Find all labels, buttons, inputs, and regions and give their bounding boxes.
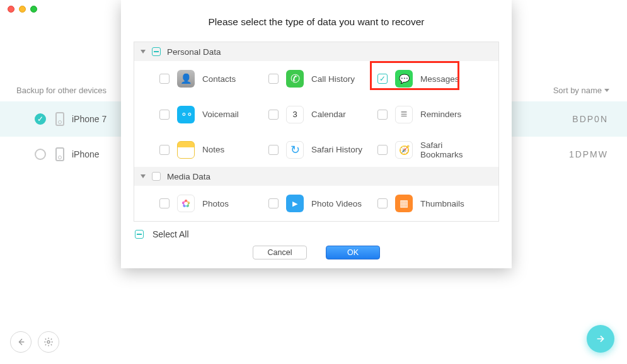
item-label: Photo Videos — [311, 199, 362, 208]
data-item-calendar[interactable]: Calendar — [268, 106, 377, 123]
photo-videos-icon — [286, 195, 304, 212]
arrow-left-icon — [16, 337, 26, 347]
thumbnails-icon — [395, 195, 413, 212]
call-history-icon — [286, 70, 304, 88]
section-title: Media Data — [167, 172, 210, 181]
item-label: Call History — [311, 74, 355, 84]
photos-icon — [177, 195, 195, 212]
checkbox[interactable] — [377, 110, 388, 120]
checkbox[interactable] — [377, 198, 388, 208]
data-row: Contacts Call History Messages — [134, 61, 498, 96]
data-item-photo-videos[interactable]: Photo Videos — [268, 195, 377, 212]
item-label: Reminders — [420, 110, 461, 119]
device-id: 1DPMW — [569, 149, 608, 159]
checkbox[interactable] — [377, 145, 388, 155]
svg-point-0 — [47, 341, 50, 343]
modal-title: Please select the type of data you want … — [121, 0, 512, 42]
chevron-down-icon — [141, 50, 146, 54]
settings-button[interactable] — [38, 331, 59, 353]
item-label: Voicemail — [202, 110, 239, 119]
select-all[interactable]: Select All — [135, 229, 512, 239]
modal-buttons: Cancel OK — [121, 246, 512, 259]
data-row: Photos Photo Videos Thumbnails — [134, 186, 498, 221]
arrow-right-icon — [595, 334, 606, 344]
device-radio[interactable] — [35, 113, 46, 125]
checkbox[interactable] — [268, 74, 279, 84]
contacts-icon — [177, 70, 195, 88]
section-checkbox-indeterminate[interactable] — [152, 47, 161, 56]
data-item-safari-bookmarks[interactable]: Safari Bookmarks — [377, 140, 486, 159]
data-item-contacts[interactable]: Contacts — [159, 70, 268, 88]
checkbox[interactable] — [159, 74, 170, 84]
phone-icon — [55, 112, 64, 126]
data-item-safari-history[interactable]: Safari History — [268, 141, 377, 159]
messages-icon — [395, 70, 413, 88]
data-item-call-history[interactable]: Call History — [268, 70, 377, 88]
checkbox[interactable] — [268, 145, 279, 155]
item-label: Photos — [202, 199, 229, 208]
checkbox[interactable] — [159, 110, 170, 120]
checkbox[interactable] — [377, 74, 388, 84]
select-all-checkbox-indeterminate[interactable] — [135, 230, 144, 239]
back-button[interactable] — [10, 331, 32, 353]
recover-data-modal: Please select the type of data you want … — [121, 0, 512, 268]
phone-icon — [55, 147, 64, 161]
voicemail-icon — [177, 106, 195, 123]
data-row: Notes Safari History Safari Bookmarks — [134, 132, 498, 167]
checkbox[interactable] — [268, 198, 279, 208]
footer-controls — [10, 331, 59, 353]
checkbox[interactable] — [268, 110, 279, 120]
calendar-icon — [286, 106, 304, 123]
section-header-media[interactable]: Media Data — [134, 167, 498, 186]
data-item-voicemail[interactable]: Voicemail — [159, 106, 268, 123]
data-item-reminders[interactable]: Reminders — [377, 106, 486, 123]
cancel-button[interactable]: Cancel — [253, 246, 307, 259]
section-title: Personal Data — [167, 47, 221, 57]
data-item-photos[interactable]: Photos — [159, 195, 268, 212]
device-radio[interactable] — [35, 149, 46, 160]
data-item-thumbnails[interactable]: Thumbnails — [377, 195, 486, 212]
chevron-down-icon — [141, 174, 146, 178]
notes-icon — [177, 141, 195, 159]
item-label: Notes — [202, 145, 224, 154]
reminders-icon — [395, 106, 413, 123]
sort-dropdown[interactable]: Sort by name — [553, 86, 609, 95]
chevron-down-icon — [604, 89, 609, 92]
backup-other-devices-label: Backup for other devices — [16, 86, 106, 95]
item-label: Safari History — [311, 145, 362, 154]
data-item-notes[interactable]: Notes — [159, 141, 268, 159]
device-name: iPhone — [72, 149, 100, 159]
data-item-messages[interactable]: Messages — [377, 70, 486, 88]
checkbox[interactable] — [159, 198, 170, 208]
section-header-personal[interactable]: Personal Data — [134, 42, 498, 61]
safari-bookmarks-icon — [395, 141, 413, 159]
item-label: Messages — [420, 74, 459, 84]
select-all-label: Select All — [152, 229, 189, 239]
item-label: Thumbnails — [420, 199, 464, 208]
data-type-list: Personal Data Contacts Call History Mess… — [134, 42, 499, 222]
item-label: Calendar — [311, 110, 346, 119]
section-checkbox[interactable] — [152, 172, 161, 181]
sort-label: Sort by name — [553, 86, 602, 95]
next-button[interactable] — [587, 325, 614, 353]
item-label: Contacts — [202, 74, 236, 84]
ok-button[interactable]: OK — [326, 246, 380, 259]
data-row: Voicemail Calendar Reminders — [134, 96, 498, 132]
safari-history-icon — [286, 141, 304, 159]
item-label: Safari Bookmarks — [420, 140, 486, 159]
device-id: BDP0N — [572, 114, 608, 124]
gear-icon — [43, 337, 54, 347]
checkbox[interactable] — [159, 145, 170, 155]
device-name: iPhone 7 — [72, 114, 106, 124]
